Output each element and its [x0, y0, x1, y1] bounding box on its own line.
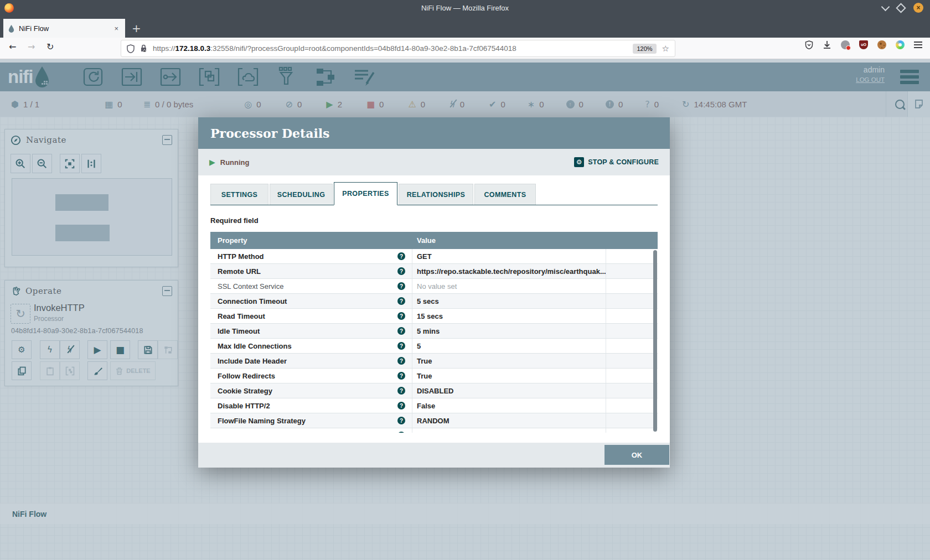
tab-properties[interactable]: PROPERTIES	[334, 182, 397, 205]
dialog-status-bar: ▶ Running ⚙ STOP & CONFIGURE	[198, 149, 670, 175]
page-zoom-badge[interactable]: 120%	[633, 44, 656, 54]
property-value: https://repo.stackable.tech/repository/m…	[412, 264, 606, 278]
table-row: Follow Redirects?True	[210, 369, 658, 383]
table-header: Property Value	[210, 232, 658, 249]
properties-table: Property Value HTTP Method?GETRemote URL…	[210, 232, 658, 433]
property-value: True	[412, 354, 606, 368]
ublock-icon[interactable]: uO	[859, 40, 868, 49]
property-name: Cookie Strategy	[218, 387, 272, 395]
property-name: Remote URL	[218, 267, 261, 276]
extension-icon[interactable]	[896, 40, 905, 49]
tab-close-icon[interactable]: ×	[112, 24, 121, 33]
help-icon[interactable]: ?	[397, 402, 405, 409]
tracking-shield-icon[interactable]	[127, 44, 135, 53]
property-name: Disable HTTP/2	[218, 402, 270, 410]
property-value: RANDOM	[412, 413, 606, 428]
table-row: HTTP Method?GET	[210, 249, 658, 264]
table-row: Cookie Strategy?DISABLED	[210, 383, 658, 398]
property-value: GET	[412, 249, 606, 263]
url-text[interactable]: https://172.18.0.3:32558/nifi/?processGr…	[153, 44, 633, 53]
property-name: Follow Redirects	[218, 372, 275, 380]
table-row: Idle Timeout?5 mins	[210, 324, 658, 339]
ok-button[interactable]: OK	[604, 445, 669, 465]
help-icon[interactable]: ?	[397, 342, 405, 350]
forward-button[interactable]: →	[28, 42, 35, 52]
help-icon[interactable]: ?	[397, 327, 405, 335]
tab-relationships[interactable]: RELATIONSHIPS	[399, 184, 473, 205]
help-icon[interactable]: ?	[397, 252, 405, 260]
cookie-extension-icon[interactable]	[877, 40, 886, 49]
property-name: Include Date Header	[218, 357, 287, 365]
table-scrollbar[interactable]	[653, 250, 657, 432]
dialog-header: Processor Details	[198, 117, 670, 149]
gear-icon: ⚙	[574, 157, 584, 167]
property-value: True	[412, 369, 606, 383]
table-row: SSL Context Service?No value set	[210, 279, 658, 294]
menu-button[interactable]	[914, 42, 922, 48]
help-icon[interactable]: ?	[397, 387, 405, 395]
table-row: Remote URL?https://repo.stackable.tech/r…	[210, 264, 658, 279]
running-icon: ▶	[209, 158, 215, 167]
dialog-title: Processor Details	[210, 126, 330, 141]
download-icon[interactable]	[823, 40, 831, 49]
property-name: Read Timeout	[218, 312, 265, 320]
property-name: FlowFile Naming Strategy	[218, 417, 306, 425]
table-row: FlowFile Naming Strategy?RANDOM	[210, 413, 658, 428]
account-extension-icon[interactable]	[841, 40, 850, 49]
pocket-shield-icon[interactable]	[805, 40, 813, 49]
table-row: Max Idle Connections?5	[210, 339, 658, 354]
help-icon[interactable]: ?	[397, 417, 405, 424]
property-value: No value set	[412, 428, 606, 433]
property-name: Connection Timeout	[218, 297, 287, 305]
property-name: Max Idle Connections	[218, 342, 292, 350]
tab-title: NiFi Flow	[19, 24, 112, 33]
property-value: False	[412, 398, 606, 413]
help-icon[interactable]: ?	[397, 372, 405, 380]
property-value: 5 secs	[412, 294, 606, 308]
property-name: HTTP Method	[218, 252, 264, 261]
bookmark-star-icon[interactable]: ☆	[662, 44, 669, 54]
window-title: NiFi Flow — Mozilla Firefox	[0, 4, 930, 12]
lock-warning-icon[interactable]	[140, 44, 147, 53]
tab-comments[interactable]: COMMENTS	[474, 184, 536, 205]
browser-navbar: ← → ↻ https://172.18.0.3:32558/nifi/?pro…	[0, 38, 930, 59]
dialog-footer: OK	[198, 443, 670, 468]
window-minimize-icon[interactable]	[881, 2, 890, 11]
stop-and-configure-button[interactable]: ⚙ STOP & CONFIGURE	[574, 157, 659, 167]
table-row: Attributes to Send?No value set	[210, 428, 658, 433]
help-icon[interactable]: ?	[397, 357, 405, 365]
table-row: Disable HTTP/2?False	[210, 398, 658, 413]
required-field-note: Required field	[210, 216, 658, 225]
tab-scheduling[interactable]: SCHEDULING	[270, 184, 333, 205]
property-value: 5 mins	[412, 324, 606, 338]
reload-button[interactable]: ↻	[46, 42, 54, 52]
back-button[interactable]: ←	[9, 42, 16, 52]
tab-settings[interactable]: SETTINGS	[210, 184, 268, 205]
column-property: Property	[210, 236, 412, 245]
table-row: Include Date Header?True	[210, 354, 658, 369]
url-bar[interactable]: https://172.18.0.3:32558/nifi/?processGr…	[121, 40, 675, 57]
new-tab-button[interactable]: +	[125, 19, 148, 38]
processor-details-dialog: Processor Details ▶ Running ⚙ STOP & CON…	[198, 117, 670, 468]
property-name: Attributes to Send	[218, 432, 275, 433]
property-value: 5	[412, 339, 606, 353]
window-titlebar: NiFi Flow — Mozilla Firefox ×	[0, 0, 930, 15]
column-value: Value	[412, 236, 606, 245]
table-row: Connection Timeout?5 secs	[210, 294, 658, 309]
table-row: Read Timeout?15 secs	[210, 309, 658, 324]
help-icon[interactable]: ?	[397, 312, 405, 320]
property-value: 15 secs	[412, 309, 606, 323]
help-icon[interactable]: ?	[397, 297, 405, 305]
browser-tab[interactable]: NiFi Flow ×	[3, 19, 125, 38]
window-maximize-icon[interactable]	[896, 3, 906, 13]
property-value: DISABLED	[412, 383, 606, 398]
help-icon[interactable]: ?	[397, 432, 405, 433]
run-status-label: Running	[220, 158, 250, 167]
window-close-icon[interactable]: ×	[913, 3, 923, 13]
dialog-tabs: SETTINGSSCHEDULINGPROPERTIESRELATIONSHIP…	[210, 182, 658, 205]
nifi-favicon	[8, 24, 15, 33]
help-icon[interactable]: ?	[397, 282, 405, 290]
browser-tabbar: NiFi Flow × +	[0, 15, 930, 38]
help-icon[interactable]: ?	[397, 267, 405, 275]
property-value: No value set	[412, 279, 606, 293]
